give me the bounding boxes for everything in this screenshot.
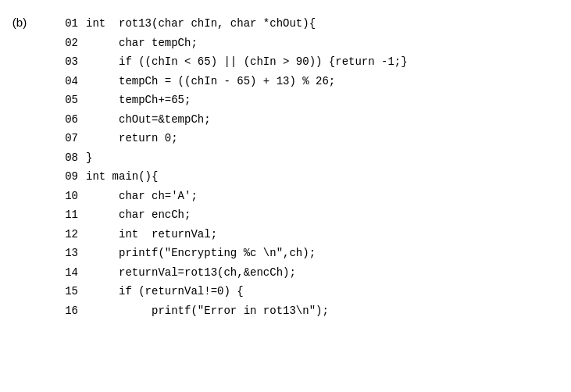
line-number: 03	[43, 52, 86, 72]
line-code: if (returnVal!=0) {	[86, 282, 571, 301]
line-number: 04	[43, 72, 86, 91]
code-block: (b) 01int rot13(char chIn, char *chOut){…	[0, 8, 571, 326]
line-code: char ch='A';	[86, 187, 571, 206]
line-number: 06	[43, 110, 86, 130]
line-code: return 0;	[86, 129, 571, 148]
line-code: int returnVal;	[86, 225, 571, 244]
label-text: (b)	[12, 16, 27, 29]
line-number: 15	[43, 282, 86, 301]
line-number: 02	[43, 34, 86, 53]
table-row: 02 char tempCh;	[43, 34, 571, 53]
line-number: 16	[43, 301, 86, 321]
line-number: 13	[43, 244, 86, 263]
table-row: 10 char ch='A';	[43, 187, 571, 206]
table-row: 03 if ((chIn < 65) || (chIn > 90)) {retu…	[43, 52, 571, 72]
line-code: if ((chIn < 65) || (chIn > 90)) {return …	[86, 52, 571, 72]
line-code: }	[86, 148, 571, 168]
table-row: 12 int returnVal;	[43, 225, 571, 244]
line-number: 07	[43, 129, 86, 148]
table-row: 04 tempCh = ((chIn - 65) + 13) % 26;	[43, 72, 571, 91]
table-row: 14 returnVal=rot13(ch,&encCh);	[43, 263, 571, 283]
table-row: 09int main(){	[43, 167, 571, 187]
table-row: 11 char encCh;	[43, 205, 571, 225]
line-number: 08	[43, 148, 86, 168]
table-row: 07 return 0;	[43, 129, 571, 148]
line-code: char encCh;	[86, 205, 571, 225]
line-code: char tempCh;	[86, 34, 571, 53]
table-row: 06 chOut=&tempCh;	[43, 110, 571, 130]
line-number: 14	[43, 263, 86, 283]
line-code: printf("Encrypting %c \n",ch);	[86, 244, 571, 263]
table-row: 15 if (returnVal!=0) {	[43, 282, 571, 301]
table-row: 13 printf("Encrypting %c \n",ch);	[43, 244, 571, 263]
table-row: 05 tempCh+=65;	[43, 91, 571, 110]
line-number: 11	[43, 205, 86, 225]
table-row: 08}	[43, 148, 571, 168]
code-area: 01int rot13(char chIn, char *chOut){02 c…	[39, 14, 571, 320]
line-code: tempCh = ((chIn - 65) + 13) % 26;	[86, 72, 571, 91]
line-code: printf("Error in rot13\n");	[86, 301, 571, 321]
line-code: int rot13(char chIn, char *chOut){	[86, 14, 571, 34]
line-code: chOut=&tempCh;	[86, 110, 571, 130]
table-row: 01int rot13(char chIn, char *chOut){	[43, 14, 571, 34]
line-number: 01	[43, 14, 86, 34]
section-label: (b)	[0, 14, 39, 320]
line-number: 10	[43, 187, 86, 206]
line-number: 05	[43, 91, 86, 110]
line-code: returnVal=rot13(ch,&encCh);	[86, 263, 571, 283]
line-number: 12	[43, 225, 86, 244]
table-row: 16 printf("Error in rot13\n");	[43, 301, 571, 321]
line-code: int main(){	[86, 167, 571, 187]
line-number: 09	[43, 167, 86, 187]
line-code: tempCh+=65;	[86, 91, 571, 110]
